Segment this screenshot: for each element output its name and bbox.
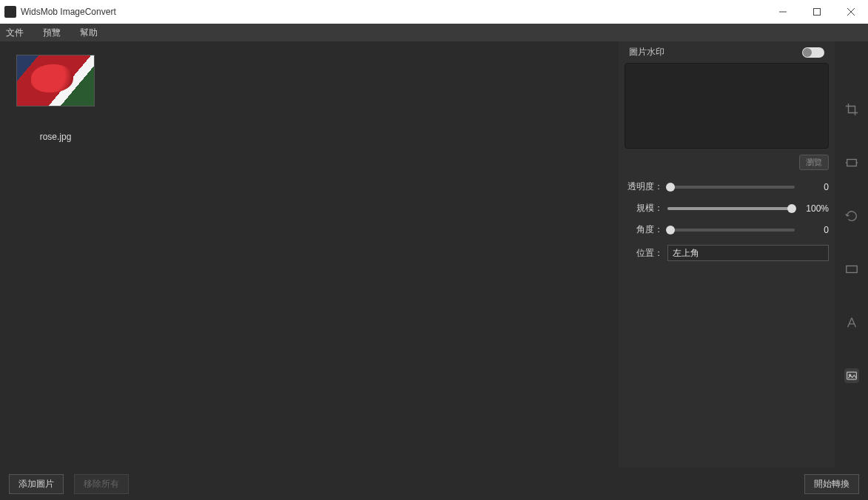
menu-help[interactable]: 幫助 <box>80 27 98 39</box>
position-label: 位置： <box>625 247 663 260</box>
angle-slider[interactable] <box>667 229 795 232</box>
angle-label: 角度： <box>625 223 663 236</box>
watermark-icon[interactable] <box>844 368 859 383</box>
close-button[interactable] <box>834 0 868 24</box>
start-convert-button[interactable]: 開始轉換 <box>804 474 859 494</box>
app-icon <box>4 6 16 18</box>
scale-slider[interactable] <box>667 207 795 210</box>
panel-title: 圖片水印 <box>629 46 665 58</box>
bottombar: 添加圖片 移除所有 開始轉換 <box>0 467 868 500</box>
text-icon[interactable] <box>844 315 859 330</box>
opacity-label: 透明度： <box>625 180 663 193</box>
watermark-panel: 圖片水印 瀏覽 透明度： 0 規模： 100% 角度： <box>619 41 835 467</box>
menu-edit[interactable]: 預覽 <box>43 27 61 39</box>
svg-rect-5 <box>846 266 856 273</box>
angle-value: 0 <box>799 225 829 235</box>
position-select[interactable]: 左上角 <box>667 245 829 261</box>
svg-rect-1 <box>814 9 821 16</box>
thumbnail-area: rose.jpg <box>0 41 619 467</box>
browse-button[interactable]: 瀏覽 <box>799 155 829 170</box>
opacity-value: 0 <box>799 182 829 192</box>
scale-value: 100% <box>799 203 829 214</box>
rotate-icon[interactable] <box>844 209 859 223</box>
titlebar: WidsMob ImageConvert <box>0 0 868 24</box>
remove-all-button[interactable]: 移除所有 <box>74 474 129 494</box>
opacity-slider[interactable] <box>667 186 795 189</box>
svg-rect-4 <box>847 160 856 166</box>
thumbnail-image <box>16 55 95 107</box>
border-icon[interactable] <box>844 262 859 277</box>
watermark-toggle[interactable] <box>802 47 824 58</box>
watermark-dropzone[interactable] <box>625 63 829 149</box>
app-title: WidsMob ImageConvert <box>21 7 766 17</box>
menubar: 文件 預覽 幫助 <box>0 24 868 41</box>
minimize-button[interactable] <box>766 0 800 24</box>
thumbnail-item[interactable]: rose.jpg <box>7 55 104 142</box>
crop-icon[interactable] <box>844 102 859 117</box>
add-image-button[interactable]: 添加圖片 <box>9 474 64 494</box>
position-value: 左上角 <box>673 247 699 260</box>
thumbnail-filename: rose.jpg <box>7 132 104 142</box>
toolstrip <box>835 41 868 467</box>
resize-icon[interactable] <box>844 155 859 170</box>
scale-label: 規模： <box>625 202 663 214</box>
menu-file[interactable]: 文件 <box>6 27 24 39</box>
maximize-button[interactable] <box>800 0 834 24</box>
